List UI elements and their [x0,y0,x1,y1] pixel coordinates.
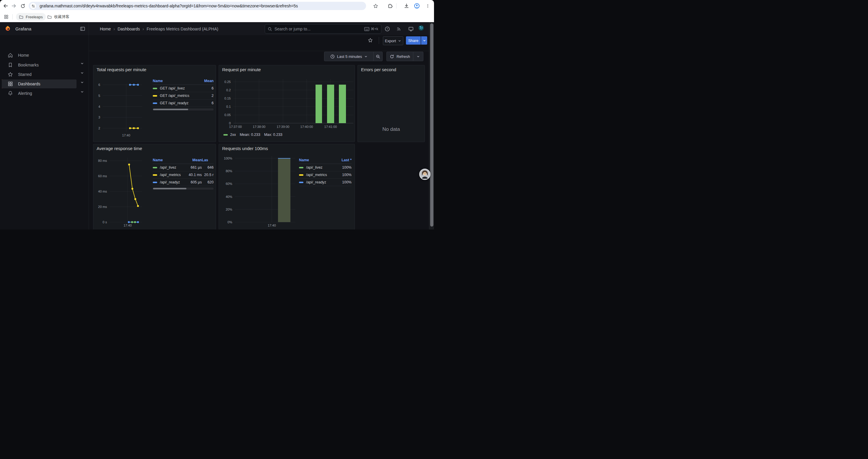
legend-row[interactable]: GET /api/_readyz6 [153,100,214,107]
legend-scrollbar[interactable] [153,188,214,190]
refresh-button[interactable]: Refresh [387,52,413,61]
url-input[interactable]: grafana.mathmast.com/d/deytv4rwavabkb/fr… [39,4,298,8]
clock-icon [330,54,335,59]
zoom-out-button[interactable] [374,52,382,61]
sidebar-expand-starred[interactable] [80,71,85,76]
sidebar-item-label: Alerting [18,91,32,96]
home-icon [8,53,13,58]
panel-request-per-minute: Request per minute [219,65,355,142]
series-value: 605 µs [185,180,202,184]
browser-menu-button[interactable] [425,3,431,9]
bookmark-label: 收藏博客 [54,14,69,20]
series-value: 100% [336,165,351,169]
apps-grid-button[interactable] [3,13,9,20]
help-icon: ? [385,26,390,32]
legend-request-per-minute[interactable]: 2xx Mean: 0.233 Max: 0.233 [223,133,282,137]
sidebar-item-label: Dashboards [18,81,40,86]
news-button[interactable] [396,26,402,32]
browser-reload-button[interactable] [20,3,26,9]
series-value: 661 µs [185,165,202,169]
no-data-message: No data [358,126,425,132]
help-button[interactable]: ? [384,26,390,32]
sidebar-item-starred[interactable]: Starred [2,70,76,79]
sidebar-item-home[interactable]: Home [2,51,76,60]
assistant-avatar-widget[interactable] [419,169,430,180]
legend-col-header[interactable]: Name [299,158,336,162]
panel-title[interactable]: Request per minute [222,67,261,72]
rss-icon [397,26,402,31]
bookmark-folder-blogs[interactable]: 收藏博客 [44,13,72,21]
series-mean: Mean: 0.233 [240,133,260,137]
display-button[interactable] [408,26,414,32]
legend-col-header[interactable]: Name [153,79,200,83]
star-icon [8,72,13,77]
legend-scrollbar[interactable] [153,108,214,110]
site-info-button[interactable] [30,3,36,9]
sidebar-expand-dashboards[interactable] [80,80,85,85]
legend-header: NameMean [153,77,214,85]
legend-row[interactable]: /api/_livez100% [299,164,351,171]
legend-col-header[interactable]: Last * [336,158,351,162]
extensions-button[interactable] [387,3,394,9]
breadcrumb: Home › Dashboards › Freeleaps Metrics Da… [100,22,218,35]
share-menu-button[interactable] [421,36,427,44]
time-range-picker[interactable]: Last 5 minutes [324,52,373,61]
sidebar-expand-bookmarks[interactable] [80,62,85,66]
search-icon [268,27,272,31]
bookmark-folder-freeleaps[interactable]: Freeleaps [16,13,46,21]
legend-under-100ms: NameLast */api/_livez100%/api/_metrics10… [299,157,351,186]
legend-col-header[interactable]: Mean [185,158,202,162]
downloads-button[interactable] [403,3,410,9]
legend-row[interactable]: /api/_readyz100% [299,179,351,186]
panel-title[interactable]: Requests under 100ms [222,146,268,151]
search-placeholder: Search or jump to... [275,27,364,31]
legend-scrollbar-thumb[interactable] [153,109,188,110]
export-button[interactable]: Export [383,36,403,45]
legend-average-response: NameMeanLas/api/_livez661 µs646/api/_met… [153,157,214,190]
forward-arrow-icon [12,4,16,7]
legend-scrollbar-thumb[interactable] [153,188,186,189]
legend-col-header[interactable]: Mean [200,79,214,83]
profile-button[interactable] [414,3,420,9]
sidebar-item-bookmarks[interactable]: Bookmarks [2,61,76,69]
panel-title[interactable]: Errors per second [361,67,396,72]
favorite-dashboard-button[interactable] [368,38,373,43]
url-bar[interactable]: grafana.mathmast.com/d/deytv4rwavabkb/fr… [29,2,366,10]
breadcrumb-home[interactable]: Home [100,27,111,31]
legend-row[interactable]: /api/_metrics40.1 ms20.5 r [153,171,214,179]
browser-forward-button[interactable] [11,3,17,9]
legend-row[interactable]: /api/_livez661 µs646 [153,164,214,171]
bookmark-star-button[interactable] [372,3,379,9]
sidebar-item-dashboards[interactable]: Dashboards [2,79,76,88]
panel-title[interactable]: Total requests per minute [97,67,146,72]
grafana-logo[interactable] [5,25,11,32]
sidebar-expand-alerting[interactable] [80,90,85,95]
series-value: 6 [200,86,214,90]
breadcrumb-dashboards[interactable]: Dashboards [118,27,140,31]
browser-back-button[interactable] [2,3,9,9]
sidebar-item-alerting[interactable]: Alerting [2,89,76,98]
profile-icon [414,3,420,9]
refresh-icon [390,54,394,59]
breadcrumb-separator: › [143,27,144,31]
legend-col-header[interactable]: Name [153,158,185,162]
refresh-interval-button[interactable] [413,52,423,61]
grafana-header: Grafana Home › Dashboards › Freeleaps Me… [0,22,434,36]
sidebar-toggle-button[interactable] [80,26,85,31]
chevron-down-icon [423,39,426,42]
panel-title[interactable]: Average response time [97,146,142,151]
legend-row[interactable]: GET /api/_metrics2 [153,92,214,100]
brand-title[interactable]: Grafana [16,22,31,35]
legend-row[interactable]: /api/_readyz605 µs620 [153,179,214,186]
tune-icon [32,4,35,8]
legend-col-header[interactable]: Las [202,158,214,162]
share-button[interactable]: Share [406,36,421,44]
legend-row[interactable]: GET /api/_livez6 [153,85,214,92]
series-value: 620 [202,180,214,184]
page-scrollbar[interactable] [429,22,434,230]
scrollbar-thumb[interactable] [430,23,433,227]
search-input[interactable]: Search or jump to... ⌘+k [265,24,381,34]
user-avatar[interactable] [418,25,424,31]
legend-row[interactable]: /api/_metrics100% [299,171,351,179]
bell-icon [8,91,13,96]
